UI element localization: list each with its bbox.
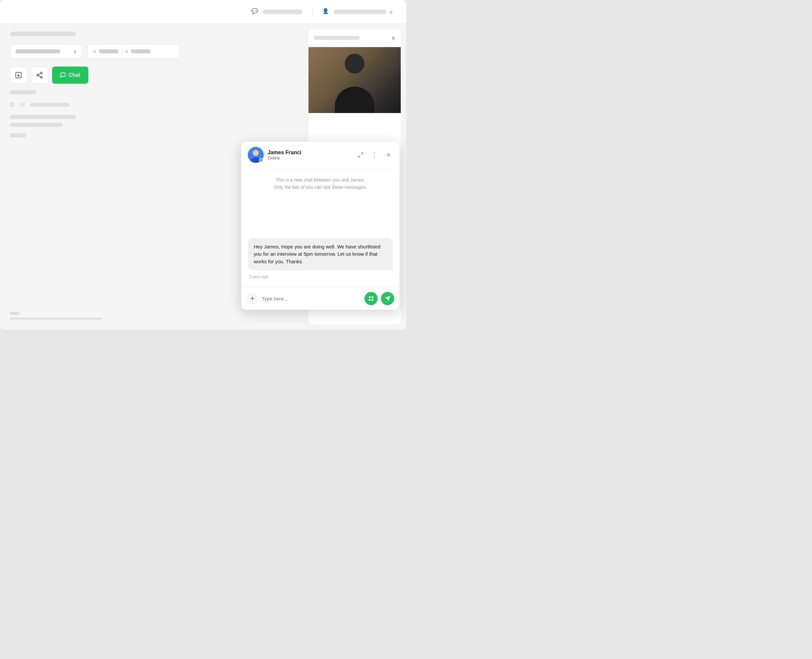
chat-body: This is a new chat between you and James… xyxy=(241,169,399,287)
close-chat-button[interactable]: ✕ xyxy=(383,150,393,159)
chat-grid-button[interactable] xyxy=(364,292,378,305)
chat-user-status: Online xyxy=(268,156,352,161)
svg-line-12 xyxy=(358,156,360,157)
top-navigation: 💬 👤 ∨ xyxy=(0,0,406,24)
filter2-right-placeholder xyxy=(131,49,151,54)
candidate-head xyxy=(345,54,364,74)
filter2-right: ∨ xyxy=(125,49,151,54)
svg-line-6 xyxy=(39,74,41,75)
svg-point-2 xyxy=(41,72,43,74)
user-nav-chevron[interactable]: ∨ xyxy=(389,9,393,14)
nav-user-section: 👤 ∨ xyxy=(322,8,393,16)
svg-point-4 xyxy=(41,76,43,79)
scroll-placeholder xyxy=(10,312,20,315)
svg-line-5 xyxy=(39,76,41,77)
import-icon xyxy=(15,71,22,79)
user-nav-placeholder xyxy=(334,9,386,14)
chat-button-label: Chat xyxy=(69,72,80,78)
svg-rect-14 xyxy=(372,296,374,298)
chat-user-info: James Franci Online xyxy=(268,150,352,161)
right-panel-header: ∧ xyxy=(309,29,401,47)
chat-add-button[interactable]: + xyxy=(246,293,259,304)
icon-row: ⧉ ✉ xyxy=(10,101,298,109)
filter2-left-placeholder xyxy=(99,49,119,54)
chat-header: James Franci Online ⋮ ✕ xyxy=(241,142,399,169)
svg-line-11 xyxy=(361,153,363,154)
filter1-chevron: ∨ xyxy=(74,49,77,54)
svg-rect-16 xyxy=(372,299,374,301)
chat-action-button[interactable]: Chat xyxy=(52,66,88,84)
chat-nav-placeholder xyxy=(263,9,302,14)
import-button[interactable] xyxy=(10,66,27,84)
intro-line-2: Only the two of you can see these messag… xyxy=(274,184,367,190)
nav-divider xyxy=(312,6,312,18)
filter1-placeholder xyxy=(16,49,60,54)
expand-button[interactable] xyxy=(356,150,365,159)
chat-input-area: + xyxy=(241,287,399,310)
placeholder-4 xyxy=(10,134,26,137)
filter2-right-chevron: ∨ xyxy=(125,49,128,54)
bottom-bar-placeholder xyxy=(10,318,102,320)
chat-message-container: Hey James, Hope you are doing well. We h… xyxy=(248,238,393,279)
send-icon xyxy=(385,296,391,301)
chat-nav-icon: 💬 xyxy=(251,8,259,16)
chat-avatar-container xyxy=(248,147,263,163)
bottom-area xyxy=(10,312,203,320)
action-row: Chat xyxy=(10,66,298,84)
right-panel-title-placeholder xyxy=(314,36,360,40)
filter2-chevron-up: ∧ xyxy=(93,49,96,54)
app-container: 💬 👤 ∨ ∨ ∧ xyxy=(0,0,406,330)
chat-send-button[interactable] xyxy=(381,292,394,305)
svg-rect-15 xyxy=(369,299,371,301)
svg-point-10 xyxy=(253,150,259,156)
nav-chat-section: 💬 xyxy=(251,8,302,16)
copy-icon: ⧉ xyxy=(10,101,14,109)
svg-point-3 xyxy=(37,74,39,76)
grid-icon xyxy=(368,296,374,301)
chat-text-input[interactable] xyxy=(262,296,361,301)
filter-dropdown-1[interactable]: ∨ xyxy=(10,44,82,59)
mail-icon: ✉ xyxy=(20,101,25,109)
chat-button-icon xyxy=(60,72,66,78)
add-icon: + xyxy=(251,295,255,302)
intro-line-1: This is a new chat between you and James… xyxy=(276,177,365,183)
svg-rect-13 xyxy=(369,296,371,298)
filter2-inner: ∧ xyxy=(93,49,119,54)
chat-user-name: James Franci xyxy=(268,150,352,156)
expand-icon xyxy=(358,152,364,158)
collapse-button[interactable]: ∧ xyxy=(391,34,396,41)
placeholder-1 xyxy=(10,90,36,94)
online-status-dot xyxy=(259,158,263,162)
page-title-placeholder xyxy=(10,32,76,36)
chat-header-actions: ⋮ ✕ xyxy=(356,150,393,159)
content-placeholder-area xyxy=(10,90,298,94)
chat-message-time: 2 secs ago xyxy=(248,274,393,279)
filter2-separator: | xyxy=(121,49,123,54)
share-icon xyxy=(36,71,43,79)
placeholder-2 xyxy=(10,115,76,119)
share-button[interactable] xyxy=(31,66,48,84)
more-options-button[interactable]: ⋮ xyxy=(370,150,379,159)
filter-row: ∨ ∧ | ∨ xyxy=(10,44,298,59)
candidate-body xyxy=(335,87,374,113)
text-placeholder-inline xyxy=(30,103,69,107)
candidate-photo xyxy=(309,47,401,113)
chat-popup: James Franci Online ⋮ ✕ This is xyxy=(241,142,399,310)
chat-message-bubble: Hey James, Hope you are doing well. We h… xyxy=(248,238,393,271)
chat-intro-text: This is a new chat between you and James… xyxy=(248,176,393,191)
placeholder-3 xyxy=(10,123,63,127)
filter-dropdown-2[interactable]: ∧ | ∨ xyxy=(88,44,180,59)
user-nav-icon: 👤 xyxy=(322,8,330,16)
